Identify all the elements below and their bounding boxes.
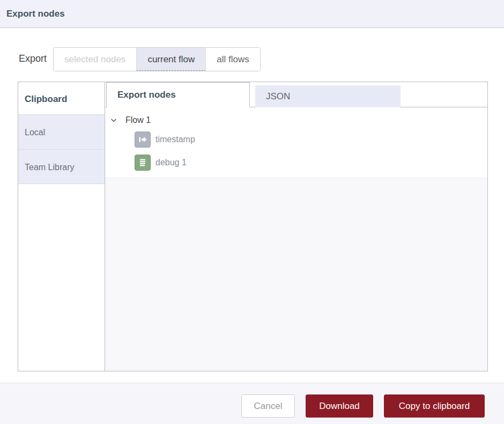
tab-export-nodes[interactable]: Export nodes bbox=[106, 82, 250, 107]
debug-list-icon bbox=[135, 155, 151, 171]
export-scope-label: Export bbox=[19, 53, 47, 64]
dialog-title: Export nodes bbox=[6, 0, 65, 27]
sidebar-title: Clipboard bbox=[25, 94, 67, 105]
export-option-selected-nodes[interactable]: selected nodes bbox=[54, 48, 136, 71]
sidebar-item-local[interactable]: Local bbox=[18, 114, 105, 149]
node-label: debug 1 bbox=[155, 158, 187, 167]
tab-json[interactable]: JSON bbox=[255, 85, 401, 107]
library-sidebar: Clipboard Local Team Library bbox=[18, 82, 105, 371]
sidebar-item-list: Local Team Library bbox=[18, 114, 105, 184]
node-tree: Flow 1 timestamp bbox=[105, 107, 487, 371]
cancel-button[interactable]: Cancel bbox=[241, 394, 295, 418]
export-dialog: Export nodes Export selected nodes curre… bbox=[0, 0, 504, 424]
export-panel: Clipboard Local Team Library Export node… bbox=[18, 82, 488, 371]
export-option-all-flows[interactable]: all flows bbox=[206, 48, 260, 71]
export-scope-button-group: selected nodes current flow all flows bbox=[53, 47, 261, 71]
inject-arrow-icon bbox=[135, 131, 151, 148]
tree-row-flow[interactable]: Flow 1 bbox=[110, 113, 151, 128]
chevron-down-icon[interactable] bbox=[110, 116, 117, 124]
copy-to-clipboard-button[interactable]: Copy to clipboard bbox=[384, 394, 485, 418]
flow-label: Flow 1 bbox=[125, 115, 151, 125]
download-button[interactable]: Download bbox=[306, 394, 373, 418]
node-label: timestamp bbox=[155, 135, 195, 144]
tree-row-debug[interactable]: debug 1 bbox=[135, 155, 187, 171]
dialog-footer: Cancel Download Copy to clipboard bbox=[0, 383, 504, 424]
tree-row-timestamp[interactable]: timestamp bbox=[135, 131, 195, 148]
tab-strip: Export nodes JSON bbox=[105, 82, 487, 107]
export-option-current-flow[interactable]: current flow bbox=[136, 48, 206, 71]
sidebar-item-team-library[interactable]: Team Library bbox=[18, 149, 105, 184]
dialog-header: Export nodes bbox=[0, 0, 504, 28]
